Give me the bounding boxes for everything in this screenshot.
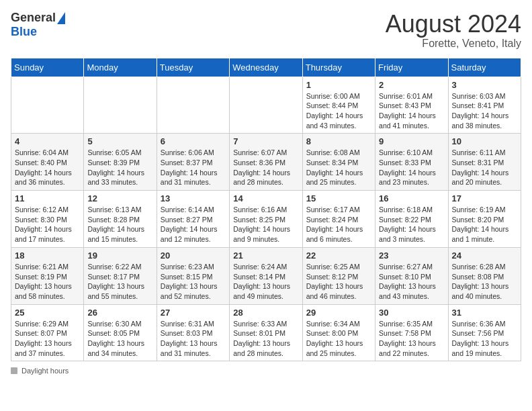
day-info: Sunrise: 6:19 AM Sunset: 8:20 PM Dayligh… <box>452 205 517 244</box>
day-number: 6 <box>161 136 226 146</box>
day-number: 22 <box>306 250 371 261</box>
weekday-header-saturday: Saturday <box>448 58 521 77</box>
day-number: 26 <box>87 308 152 318</box>
logo-triangle-icon <box>57 12 65 24</box>
day-info: Sunrise: 6:07 AM Sunset: 8:36 PM Dayligh… <box>233 148 298 187</box>
day-info: Sunrise: 6:35 AM Sunset: 7:58 PM Dayligh… <box>379 319 444 359</box>
day-number: 11 <box>15 193 80 203</box>
day-number: 14 <box>233 193 298 203</box>
calendar-cell: 26Sunrise: 6:30 AM Sunset: 8:05 PM Dayli… <box>84 304 157 361</box>
day-number: 3 <box>452 80 517 90</box>
calendar-cell: 4Sunrise: 6:04 AM Sunset: 8:40 PM Daylig… <box>11 134 84 191</box>
day-number: 4 <box>15 136 80 146</box>
calendar-cell: 17Sunrise: 6:19 AM Sunset: 8:20 PM Dayli… <box>448 191 521 248</box>
day-info: Sunrise: 6:00 AM Sunset: 8:44 PM Dayligh… <box>306 91 371 131</box>
calendar-cell: 19Sunrise: 6:22 AM Sunset: 8:17 PM Dayli… <box>84 247 157 304</box>
footer-dot-icon <box>11 367 17 374</box>
calendar-cell: 21Sunrise: 6:24 AM Sunset: 8:14 PM Dayli… <box>230 247 302 304</box>
day-number: 27 <box>161 308 226 318</box>
day-info: Sunrise: 6:06 AM Sunset: 8:37 PM Dayligh… <box>161 148 226 187</box>
weekday-header-tuesday: Tuesday <box>157 58 229 77</box>
calendar-cell <box>157 77 229 134</box>
day-info: Sunrise: 6:21 AM Sunset: 8:19 PM Dayligh… <box>15 262 80 302</box>
day-info: Sunrise: 6:31 AM Sunset: 8:03 PM Dayligh… <box>161 319 226 359</box>
day-info: Sunrise: 6:14 AM Sunset: 8:27 PM Dayligh… <box>161 205 226 244</box>
day-number: 18 <box>15 250 80 261</box>
day-number: 12 <box>87 193 152 203</box>
day-number: 17 <box>452 193 517 203</box>
day-number: 24 <box>452 250 517 261</box>
calendar-cell: 11Sunrise: 6:12 AM Sunset: 8:30 PM Dayli… <box>11 191 84 248</box>
day-info: Sunrise: 6:10 AM Sunset: 8:33 PM Dayligh… <box>379 148 444 187</box>
footer: Daylight hours <box>11 367 521 375</box>
calendar-cell: 10Sunrise: 6:11 AM Sunset: 8:31 PM Dayli… <box>448 134 521 191</box>
weekday-header-wednesday: Wednesday <box>230 58 302 77</box>
day-info: Sunrise: 6:25 AM Sunset: 8:12 PM Dayligh… <box>306 262 371 302</box>
day-number: 7 <box>233 136 298 146</box>
calendar-table: SundayMondayTuesdayWednesdayThursdayFrid… <box>11 58 521 362</box>
day-number: 29 <box>306 308 371 318</box>
day-info: Sunrise: 6:28 AM Sunset: 8:08 PM Dayligh… <box>452 262 517 302</box>
day-number: 28 <box>233 308 298 318</box>
day-info: Sunrise: 6:23 AM Sunset: 8:15 PM Dayligh… <box>161 262 226 302</box>
weekday-header-friday: Friday <box>375 58 448 77</box>
day-number: 5 <box>87 136 152 146</box>
calendar-cell: 30Sunrise: 6:35 AM Sunset: 7:58 PM Dayli… <box>375 304 448 361</box>
day-number: 31 <box>452 308 517 318</box>
calendar-week-row: 1Sunrise: 6:00 AM Sunset: 8:44 PM Daylig… <box>11 77 521 134</box>
day-info: Sunrise: 6:29 AM Sunset: 8:07 PM Dayligh… <box>15 319 80 359</box>
calendar-cell: 22Sunrise: 6:25 AM Sunset: 8:12 PM Dayli… <box>302 247 375 304</box>
day-number: 1 <box>306 80 371 90</box>
calendar-cell: 29Sunrise: 6:34 AM Sunset: 8:00 PM Dayli… <box>302 304 375 361</box>
page-header: GeneralBlue August 2024 Forette, Veneto,… <box>11 11 521 50</box>
logo: GeneralBlue <box>11 11 65 39</box>
day-number: 25 <box>15 308 80 318</box>
day-number: 2 <box>379 80 444 90</box>
calendar-cell: 6Sunrise: 6:06 AM Sunset: 8:37 PM Daylig… <box>157 134 229 191</box>
day-info: Sunrise: 6:17 AM Sunset: 8:24 PM Dayligh… <box>306 205 371 244</box>
weekday-header-sunday: Sunday <box>11 58 84 77</box>
calendar-cell: 24Sunrise: 6:28 AM Sunset: 8:08 PM Dayli… <box>448 247 521 304</box>
day-info: Sunrise: 6:04 AM Sunset: 8:40 PM Dayligh… <box>15 148 80 187</box>
calendar-cell: 8Sunrise: 6:08 AM Sunset: 8:34 PM Daylig… <box>302 134 375 191</box>
day-info: Sunrise: 6:18 AM Sunset: 8:22 PM Dayligh… <box>379 205 444 244</box>
calendar-cell: 14Sunrise: 6:16 AM Sunset: 8:25 PM Dayli… <box>230 191 302 248</box>
calendar-cell: 18Sunrise: 6:21 AM Sunset: 8:19 PM Dayli… <box>11 247 84 304</box>
day-number: 30 <box>379 308 444 318</box>
day-info: Sunrise: 6:24 AM Sunset: 8:14 PM Dayligh… <box>233 262 298 302</box>
day-info: Sunrise: 6:03 AM Sunset: 8:41 PM Dayligh… <box>452 91 517 131</box>
calendar-cell: 20Sunrise: 6:23 AM Sunset: 8:15 PM Dayli… <box>157 247 229 304</box>
calendar-week-row: 11Sunrise: 6:12 AM Sunset: 8:30 PM Dayli… <box>11 191 521 248</box>
day-number: 13 <box>161 193 226 203</box>
day-number: 9 <box>379 136 444 146</box>
logo-general-text: General <box>11 11 56 25</box>
day-info: Sunrise: 6:27 AM Sunset: 8:10 PM Dayligh… <box>379 262 444 302</box>
calendar-cell <box>11 77 84 134</box>
day-info: Sunrise: 6:11 AM Sunset: 8:31 PM Dayligh… <box>452 148 517 187</box>
day-number: 16 <box>379 193 444 203</box>
day-info: Sunrise: 6:16 AM Sunset: 8:25 PM Dayligh… <box>233 205 298 244</box>
title-block: August 2024 Forette, Veneto, Italy <box>386 11 521 50</box>
calendar-cell: 5Sunrise: 6:05 AM Sunset: 8:39 PM Daylig… <box>84 134 157 191</box>
day-info: Sunrise: 6:08 AM Sunset: 8:34 PM Dayligh… <box>306 148 371 187</box>
month-year-title: August 2024 <box>386 11 521 38</box>
calendar-cell: 15Sunrise: 6:17 AM Sunset: 8:24 PM Dayli… <box>302 191 375 248</box>
day-number: 23 <box>379 250 444 261</box>
day-number: 15 <box>306 193 371 203</box>
location-subtitle: Forette, Veneto, Italy <box>386 38 521 50</box>
day-number: 21 <box>233 250 298 261</box>
day-info: Sunrise: 6:22 AM Sunset: 8:17 PM Dayligh… <box>87 262 152 302</box>
day-number: 10 <box>452 136 517 146</box>
calendar-week-row: 25Sunrise: 6:29 AM Sunset: 8:07 PM Dayli… <box>11 304 521 361</box>
calendar-cell: 13Sunrise: 6:14 AM Sunset: 8:27 PM Dayli… <box>157 191 229 248</box>
calendar-cell: 3Sunrise: 6:03 AM Sunset: 8:41 PM Daylig… <box>448 77 521 134</box>
weekday-header-thursday: Thursday <box>302 58 375 77</box>
calendar-cell: 27Sunrise: 6:31 AM Sunset: 8:03 PM Dayli… <box>157 304 229 361</box>
day-info: Sunrise: 6:30 AM Sunset: 8:05 PM Dayligh… <box>87 319 152 359</box>
day-number: 8 <box>306 136 371 146</box>
day-info: Sunrise: 6:01 AM Sunset: 8:43 PM Dayligh… <box>379 91 444 131</box>
calendar-cell: 12Sunrise: 6:13 AM Sunset: 8:28 PM Dayli… <box>84 191 157 248</box>
day-info: Sunrise: 6:33 AM Sunset: 8:01 PM Dayligh… <box>233 319 298 359</box>
calendar-cell <box>230 77 302 134</box>
calendar-cell: 23Sunrise: 6:27 AM Sunset: 8:10 PM Dayli… <box>375 247 448 304</box>
